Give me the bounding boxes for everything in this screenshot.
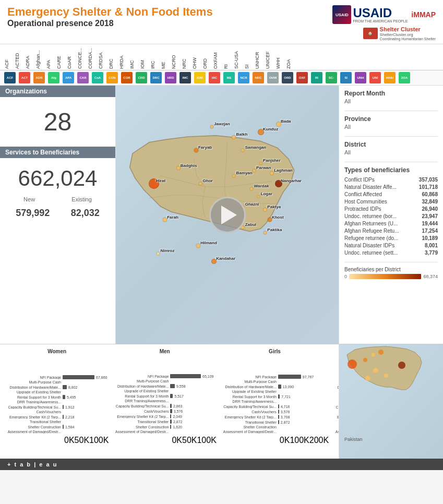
org-name-HRDA: HRDA [119,45,124,69]
services-count: 662,024 [0,158,115,194]
org-logo-ORD[interactable]: ORD [282,72,293,83]
org-logo-UNICEF[interactable]: UNI [369,72,381,83]
chart-label-7: Cash/Vouchers [113,410,170,413]
org-logo-ME[interactable]: ME [223,72,235,83]
org-logo-CRDSA[interactable]: CRD [136,72,147,83]
org-logo-IRC[interactable]: IRC [209,72,220,83]
chart-label-7: Cash/Vouchers [5,410,63,414]
chart-bar-2 [170,384,175,388]
org-logo-HRDA[interactable]: HRD [165,72,176,83]
province-value: All [344,124,438,130]
shelter-cluster-name: Shelter Cluster [380,26,436,32]
new-value-item: 579,992 [16,208,50,219]
type-value-1: 101,718 [419,184,438,190]
chart-bar-wrap-4: 5,517 [170,394,216,398]
chart-bar-wrap-0: 97,767 [278,375,329,379]
org-logo-CARE[interactable]: CAR [77,72,89,83]
existing-value-item: 82,032 [71,208,100,219]
org-logo-SI[interactable]: SI [340,72,352,83]
chart-bar-wrap-7: 3,576 [170,409,216,413]
header-logos: USAID USAID FROM THE AMERICAN PEOPLE iMM… [332,5,436,41]
chart-label-10: Shelter Construction [333,425,339,429]
org-logo-NRC[interactable]: NRC [253,72,264,83]
org-logo-OHW[interactable]: OHW [267,72,279,83]
play-button[interactable] [209,197,246,233]
type-row-2: Conflict Affected60,868 [344,191,438,197]
map-label-bamyan: Bamyan [236,171,253,175]
map-city-laghman [270,171,274,175]
type-name-7: Afghan Refugee Retu... [344,228,422,234]
usaid-text: USAID [353,7,408,19]
org-logo-SCUSA[interactable]: SC- [326,72,337,83]
chart-bar-6 [278,404,279,409]
svg-point-2 [363,358,367,362]
chart-row-10: Shelter Construction [221,425,329,429]
org-logo-DRC[interactable]: DRC [150,72,162,83]
chart-bar-10 [170,425,171,429]
org-logo-NCRO[interactable]: NCR [238,72,249,83]
org-logo-IOM[interactable]: IOM [194,72,206,83]
type-value-3: 32,849 [422,199,438,205]
chart-bar-2 [278,385,281,389]
women-chart: NFI Package67,860Multi-Purpose CashDistr… [5,356,109,435]
chart-row-11: Assessment of Damaged/Destr... [113,430,216,434]
org-logo-OXFAM[interactable]: OXF [296,72,308,83]
org-logo-ZOA[interactable]: ZOA [399,72,410,83]
map-city-panjsher [259,162,262,165]
chart-bar-9 [278,420,279,424]
left-panel: Organizations 28 Services to Beneficiari… [0,86,116,344]
org-logo-ADRA[interactable]: ADR [33,72,45,83]
chart-label-2: Distribution of Hardware/Mate... [333,386,339,389]
org-logo-ACTED[interactable]: ACT [19,72,30,83]
report-month-label: Report Month [344,90,438,97]
type-value-5: 23,947 [422,213,438,219]
chart-val-2: 8,802 [68,386,78,389]
org-logo-ACF[interactable]: ACF [4,72,16,83]
play-icon [221,206,237,224]
type-row-0: Conflict IDPs357,035 [344,177,438,183]
org-logo-UNHCR[interactable]: UNH [355,72,366,83]
chart-row-4: Rental Support for 3 Month5,495 [5,395,109,399]
map-label-kunduz: Kunduz [263,127,278,131]
chart-bar-wrap-4: 5,495 [63,395,109,399]
women-x-1: 50K [75,436,89,445]
chart-label-2: Distribution of Hardware/Mate... [5,386,63,389]
org-logo-CONCE[interactable]: CON [106,72,118,83]
bottom-mini-map: Pakistan [339,344,443,459]
org-logo-Afghan[interactable]: Afg [48,72,59,83]
map-city-paktya [263,208,267,212]
chart-row-6: Capacity Building/Technical Su...1,912 [5,405,109,409]
chart-val-0: 65,109 [202,375,213,378]
map-city-khost [267,218,272,222]
men-x-1: 50K [182,436,197,445]
chart-row-9: Transitional Shelter2,872 [221,420,329,424]
map-label-nangarhar: Nangarhar [281,178,302,183]
org-logo-APA[interactable]: APA [63,72,74,83]
chart-label-0: NFI Package [5,376,63,379]
filter-divider-4 [344,262,438,262]
type-value-7: 17,254 [422,228,438,234]
mini-map-svg: Pakistan [339,344,443,459]
district-value: All [344,149,438,155]
chart-row-5: DRR Training/Awareness... [5,400,109,404]
org-logo-CORDA[interactable]: COR [121,72,133,83]
chart-row-3: Upgrade of Existing Shelter [5,390,109,394]
chart-label-9: Transitional Shelter [5,420,63,424]
chart-row-1: Multi-Purpose Cash [333,380,339,384]
svg-point-6 [365,376,370,381]
chart-label-11: Assessment of Damaged/Destr... [333,430,339,434]
org-logo-RI[interactable]: RI [311,72,322,83]
chart-row-11: Assessment of Damaged/Destr... [5,430,109,434]
girls-chart-title: Girls [221,349,329,354]
org-logo-CoAR[interactable]: CoA [92,72,103,83]
org-logo-IMC[interactable]: IMC [179,72,191,83]
chart-val-10: 1,584 [65,425,75,429]
legend-gradient [349,274,421,279]
type-row-10: Undoc. returnee (sett...3,779 [344,250,438,256]
chart-row-5: DRR Training/Awareness... [113,399,216,403]
chart-label-2: Distribution of Hardware/Mate... [113,385,170,388]
org-logo-WHH[interactable]: WHH [384,72,396,83]
bottom-section: Women NFI Package67,860Multi-Purpose Cas… [0,344,443,459]
chart-label-7: Cash/Vouchers [333,410,339,414]
chart-row-3: Upgrade of Existing Shelter [333,390,339,394]
